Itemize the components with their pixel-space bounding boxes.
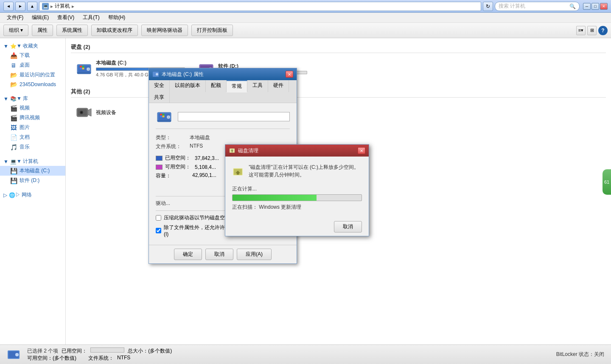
used-space-label: 已用空间： (62, 347, 87, 355)
menu-edit[interactable]: 编辑(E) (28, 13, 52, 22)
status-info: 已选择 2 个项 已用空间： 总大小：(多个数值) 可用空间：(多个数值) 文件… (27, 347, 549, 362)
favorites-header[interactable]: ▼ ⭐ ▼ 收藏夹 (0, 42, 65, 50)
properties-close-button[interactable]: ✕ (286, 71, 293, 78)
control-panel-button[interactable]: 打开控制面板 (191, 25, 233, 36)
svg-rect-8 (82, 68, 84, 70)
svg-rect-29 (160, 114, 162, 115)
tab-tools[interactable]: 工具 (247, 80, 268, 92)
sidebar-item-desktop[interactable]: 🖥 桌面 (0, 60, 65, 70)
index-checkbox[interactable] (156, 228, 161, 233)
forward-button[interactable]: ► (15, 2, 25, 11)
tab-general[interactable]: 常规 (227, 80, 247, 92)
right-panel-button[interactable]: 61 (603, 169, 611, 195)
refresh-button[interactable]: ↻ (483, 2, 493, 11)
address-bar[interactable]: 💻 ▸ 计算机 ▸ (39, 2, 481, 11)
title-bar: ◄ ► ▲ 💻 ▸ 计算机 ▸ ↻ 搜索 计算机 🔍 ─ □ ✕ (0, 0, 611, 13)
view-options-button[interactable]: ≡▾ (576, 26, 586, 35)
cleanup-disk-icon (232, 163, 244, 180)
menu-view[interactable]: 查看(V) (54, 13, 78, 22)
sidebar-item-pictures[interactable]: 🖼 图片 (0, 123, 65, 132)
tab-security[interactable]: 安全 (149, 80, 170, 92)
sidebar-item-video[interactable]: 🎬 视频 (0, 103, 65, 113)
back-button[interactable]: ◄ (3, 2, 14, 11)
c-drive-item-icon (76, 60, 92, 77)
close-button[interactable]: ✕ (600, 3, 608, 10)
cleanup-buttons: 取消 (225, 218, 369, 236)
uninstall-button[interactable]: 卸载或更改程序 (91, 25, 138, 36)
search-bar[interactable]: 搜索 计算机 🔍 (495, 2, 580, 11)
properties-title-bar: 本地磁盘 (C:) 属性 ✕ (149, 68, 297, 80)
minimize-button[interactable]: ─ (583, 3, 591, 10)
menu-help[interactable]: 帮助(H) (105, 13, 129, 22)
toolbar: 组织 ▾ 属性 系统属性 卸载或更改程序 映射网络驱动器 打开控制面板 ≡▾ ⊞… (0, 23, 611, 38)
address-arrow: ▸ (50, 3, 53, 9)
svg-point-27 (168, 116, 169, 118)
drive-name-input[interactable] (178, 112, 290, 121)
d-drive-icon: 💾 (10, 177, 17, 184)
properties-buttons: 确定 取消 应用(A) (149, 245, 297, 263)
tencent-video-icon: 🎬 (10, 115, 17, 121)
library-header[interactable]: ▼ 📚 ▼ 库 (0, 94, 65, 103)
sidebar-item-2345downloads[interactable]: 📂 2345Downloads (0, 80, 65, 89)
svg-rect-7 (80, 68, 82, 70)
dialog-tabs: 安全 以前的版本 配额 常规 工具 硬件 共享 (149, 80, 297, 103)
svg-point-23 (156, 73, 158, 76)
up-button[interactable]: ▲ (27, 2, 37, 11)
cleanup-dialog: 磁盘清理 ✕ "磁盘清理"正在计算可以在 (C:)上释放多少空间。这可能需要几分… (225, 144, 369, 236)
help-button[interactable]: ? (598, 26, 608, 35)
status-space-bar (90, 347, 124, 353)
status-bar: 已选择 2 个项 已用空间： 总大小：(多个数值) 可用空间：(多个数值) 文件… (0, 344, 611, 364)
menu-file[interactable]: 文件(F) (3, 13, 27, 22)
tab-sharing[interactable]: 共享 (149, 92, 170, 103)
cleanup-title-text: 磁盘清理 (238, 147, 258, 154)
cancel-button[interactable]: 取消 (205, 249, 233, 260)
svg-rect-6 (82, 66, 84, 67)
window-controls: ─ □ ✕ (583, 3, 608, 10)
sidebar-item-tencent-video[interactable]: 🎬 腾讯视频 (0, 113, 65, 123)
network-header[interactable]: ▷ 🌐 ▷ 网络 (0, 190, 65, 199)
svg-marker-16 (88, 109, 91, 116)
sidebar-item-c-drive[interactable]: 💾 本地磁盘 (C:) (0, 166, 65, 176)
sidebar-item-downloads[interactable]: 📥 下载 (0, 50, 65, 60)
layout-button[interactable]: ⊞ (587, 26, 597, 35)
cleanup-progress-bar (232, 194, 362, 201)
maximize-button[interactable]: □ (591, 3, 599, 10)
properties-button[interactable]: 属性 (32, 25, 53, 36)
sidebar-item-documents[interactable]: 📄 文档 (0, 132, 65, 142)
menu-tools[interactable]: 工具(T) (79, 13, 103, 22)
sidebar-item-music[interactable]: 🎵 音乐 (0, 142, 65, 152)
ok-button[interactable]: 确定 (174, 249, 202, 260)
cleanup-message: "磁盘清理"正在计算可以在 (C:)上释放多少空间。这可能需要几分钟时间。 (249, 163, 362, 180)
organize-button[interactable]: 组织 ▾ (3, 25, 28, 36)
type-value: 本地磁盘 (190, 134, 210, 141)
tab-quota[interactable]: 配额 (206, 80, 227, 92)
status-row-2: 可用空间：(多个数值) 文件系统： NTFS (27, 355, 549, 362)
tab-hardware[interactable]: 硬件 (268, 80, 289, 92)
pictures-icon: 🖼 (10, 124, 17, 131)
compress-checkbox[interactable] (156, 215, 161, 221)
title-bar-left: ◄ ► ▲ 💻 ▸ 计算机 ▸ ↻ 搜索 计算机 🔍 (3, 2, 580, 11)
2345-icon: 📂 (10, 81, 17, 88)
cleanup-close-button[interactable]: ✕ (358, 147, 365, 154)
cleanup-title-bar: 磁盘清理 ✕ (225, 145, 369, 157)
cleanup-scan-label: 正在扫描： Windows 更新清理 (232, 204, 362, 211)
sidebar-item-recent[interactable]: 📂 最近访问的位置 (0, 70, 65, 80)
properties-title-text: 本地磁盘 (C:) 属性 (162, 71, 204, 78)
library-section: ▼ 📚 ▼ 库 🎬 视频 🎬 腾讯视频 🖼 图片 📄 (0, 94, 65, 152)
drive-label: 驱动... (156, 200, 190, 207)
apply-button[interactable]: 应用(A) (237, 249, 272, 260)
tab-previous[interactable]: 以前的版本 (170, 80, 206, 92)
svg-rect-31 (160, 116, 162, 118)
network-section: ▷ 🌐 ▷ 网络 (0, 190, 65, 199)
svg-point-3 (87, 68, 89, 70)
recent-icon: 📂 (10, 72, 17, 78)
computer-triangle: ▼ (3, 159, 8, 165)
cleanup-cancel-button[interactable]: 取消 (334, 221, 362, 232)
sidebar-item-d-drive[interactable]: 💾 软件 (D:) (0, 176, 65, 185)
computer-header[interactable]: ▼ 💻 ▼ 计算机 (0, 157, 65, 166)
computer-section: ▼ 💻 ▼ 计算机 💾 本地磁盘 (C:) 💾 软件 (D:) (0, 157, 65, 185)
system-props-button[interactable]: 系统属性 (56, 25, 88, 36)
hard-disk-header: 硬盘 (2) (71, 43, 606, 53)
camera-icon (76, 104, 92, 121)
map-drive-button[interactable]: 映射网络驱动器 (141, 25, 188, 36)
